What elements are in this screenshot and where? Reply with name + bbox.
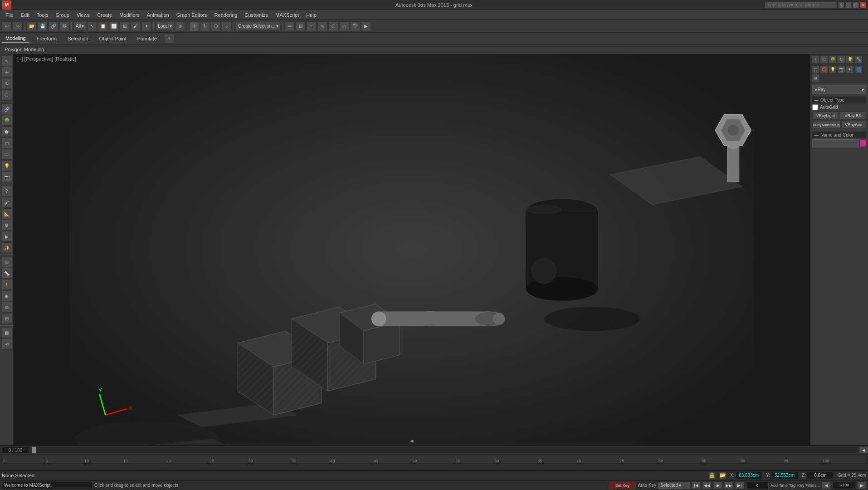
object-type-header[interactable]: — Object Type: [812, 97, 866, 103]
quick-render[interactable]: ▶: [361, 21, 371, 31]
rt-tab-modify[interactable]: ⬡: [820, 55, 828, 64]
menu-file[interactable]: File: [2, 11, 17, 19]
menu-tools[interactable]: Tools: [33, 11, 52, 19]
select-scale[interactable]: ⬡: [211, 21, 221, 31]
rt-lights[interactable]: 💡: [829, 65, 837, 74]
rt-cameras[interactable]: 📷: [837, 65, 845, 74]
next-key-button[interactable]: ▶▶: [724, 482, 733, 489]
object-name-input[interactable]: [812, 139, 859, 147]
renderer-dropdown[interactable]: VRay ▾: [812, 85, 866, 94]
open-button[interactable]: 📂: [27, 21, 37, 31]
z-input[interactable]: [807, 472, 834, 479]
lt-compound[interactable]: ⊞: [1, 313, 12, 324]
timeline-slider[interactable]: [32, 446, 858, 454]
lt-bone[interactable]: 🦴: [1, 268, 12, 279]
rt-shapes[interactable]: ⭕: [820, 65, 828, 74]
lt-link[interactable]: 🔗: [1, 103, 12, 114]
set-key-button[interactable]: Set Key: [609, 482, 636, 489]
lt-help[interactable]: ?: [1, 186, 12, 196]
lt-select[interactable]: ↖: [1, 55, 12, 66]
paint-select-button[interactable]: 🖌: [131, 21, 141, 31]
menu-maxscript[interactable]: MAXScript: [272, 11, 302, 19]
menu-help[interactable]: Help: [302, 11, 320, 19]
menu-animation[interactable]: Animation: [143, 11, 173, 19]
save-button[interactable]: 💾: [38, 21, 48, 31]
schematic-view[interactable]: ⬡: [328, 21, 338, 31]
x-input[interactable]: [735, 472, 762, 479]
lt-grid[interactable]: ▦: [1, 327, 12, 338]
play-button[interactable]: ▶: [713, 482, 722, 489]
link-button[interactable]: 🔗: [49, 21, 59, 31]
tab-populate[interactable]: Populate: [133, 35, 160, 42]
curve-editor[interactable]: ∿: [317, 21, 327, 31]
tab-selection[interactable]: Selection: [64, 35, 92, 42]
lt-geometry[interactable]: ◻: [1, 137, 12, 148]
lt-render-left[interactable]: ⊲: [1, 338, 12, 349]
search-input[interactable]: [765, 1, 837, 9]
coord-dropdown[interactable]: Local ▾: [156, 22, 174, 31]
pivot-button[interactable]: ⊕: [175, 21, 185, 31]
select-move[interactable]: ✛: [189, 21, 199, 31]
more-options[interactable]: ▾: [164, 34, 174, 44]
rt-spacewarp[interactable]: 🌀: [854, 65, 863, 74]
tab-modeling[interactable]: Modeling: [2, 34, 29, 43]
render-setup[interactable]: 🎬: [350, 21, 360, 31]
menu-modifiers[interactable]: Modifiers: [116, 11, 143, 19]
menu-graph-editors[interactable]: Graph Editors: [173, 11, 211, 19]
material-editor[interactable]: ◎: [339, 21, 349, 31]
lt-rotate[interactable]: ↻: [1, 78, 12, 89]
vraylight-btn[interactable]: VRayLight: [812, 112, 839, 120]
add-time-tag[interactable]: Add Time Tag: [770, 483, 795, 488]
current-time-field[interactable]: 0: [746, 482, 769, 489]
rt-tab-motion[interactable]: ↻: [837, 55, 845, 64]
prev-frame-button[interactable]: |◀: [692, 482, 701, 489]
key-filters[interactable]: Key Filters...: [797, 483, 820, 488]
undo-button[interactable]: ↩: [2, 21, 12, 31]
lt-reactor[interactable]: ⚙: [1, 220, 12, 230]
lt-dynamics[interactable]: ⊛: [1, 302, 12, 313]
lock-icon[interactable]: 🔒: [708, 472, 716, 479]
mirror-button[interactable]: ⇔: [285, 21, 295, 31]
bind-button[interactable]: ⛓: [59, 21, 69, 31]
prev-key-button[interactable]: ◀◀: [702, 482, 712, 489]
timeline-thumb[interactable]: [32, 447, 36, 453]
rt-tab-create[interactable]: +: [811, 55, 819, 64]
color-swatch[interactable]: [860, 140, 866, 147]
nav-left-btn[interactable]: ◀: [822, 482, 831, 489]
layers-button[interactable]: ≡: [307, 21, 317, 31]
minimize-button[interactable]: _: [845, 2, 852, 8]
maximize-button[interactable]: □: [853, 2, 859, 8]
selected-dropdown[interactable]: Selected ▾: [658, 482, 690, 489]
autogrid-checkbox[interactable]: [812, 104, 818, 110]
filter-dropdown[interactable]: All ▾: [73, 22, 86, 31]
lt-xref[interactable]: ⊕: [1, 256, 12, 267]
rt-systems[interactable]: ⊞: [811, 74, 819, 82]
nav-right-btn[interactable]: ▶: [857, 482, 866, 489]
lt-paint[interactable]: 🖌: [1, 197, 12, 208]
lt-shapes[interactable]: ⬭: [1, 149, 12, 160]
lt-particle[interactable]: ◉: [1, 290, 12, 301]
help-btn[interactable]: ?: [838, 2, 844, 8]
lt-animation[interactable]: ▶: [1, 231, 12, 242]
window-cross-button[interactable]: ⊞: [120, 21, 130, 31]
lt-biped[interactable]: 🚶: [1, 279, 12, 290]
select-name-button[interactable]: 📋: [98, 21, 108, 31]
redo-button[interactable]: ↪: [13, 21, 23, 31]
lt-measure[interactable]: 📐: [1, 208, 12, 219]
close-button[interactable]: ✕: [860, 2, 866, 8]
menu-edit[interactable]: Edit: [17, 11, 33, 19]
app-icon[interactable]: M: [2, 0, 12, 10]
rect-select-button[interactable]: ⬜: [109, 21, 119, 31]
placement-button[interactable]: ⬦: [222, 21, 232, 31]
snap-toggle[interactable]: ✦: [141, 21, 151, 31]
lt-lights[interactable]: 💡: [1, 160, 12, 171]
lt-move[interactable]: ✛: [1, 67, 12, 78]
vrayambient-btn[interactable]: VRayAmbientLig: [812, 121, 840, 129]
menu-views[interactable]: Views: [73, 11, 93, 19]
next-frame-button[interactable]: ▶|: [735, 482, 744, 489]
rt-tab-hierarchy[interactable]: 🌳: [829, 55, 837, 64]
y-input[interactable]: [771, 472, 798, 479]
timeline-nav-arrow[interactable]: ◀: [410, 438, 414, 443]
menu-create[interactable]: Create: [93, 11, 116, 19]
menu-group[interactable]: Group: [52, 11, 73, 19]
